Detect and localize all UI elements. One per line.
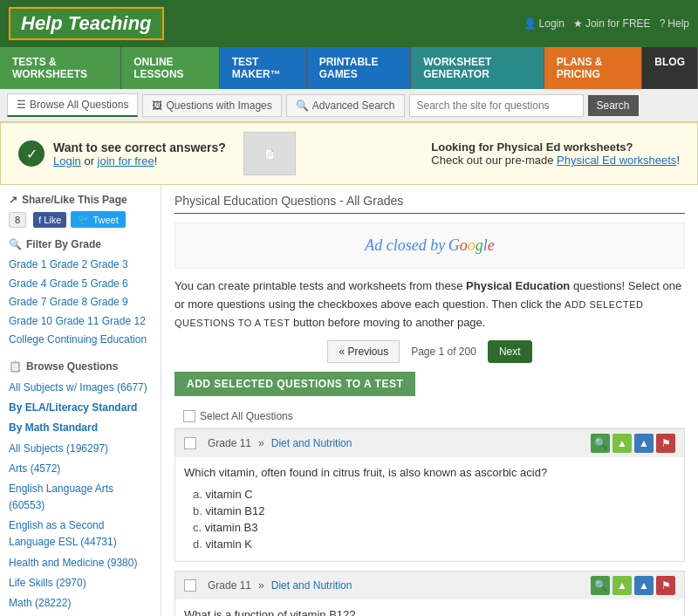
question-1-actions: 🔍 ▲ ▲ ⚑ bbox=[591, 434, 675, 453]
login-link[interactable]: 👤 Login bbox=[524, 17, 565, 30]
browse-all-questions-tab[interactable]: ☰ Browse All Questions bbox=[7, 93, 138, 117]
browse-life-skills: Life Skills (2970) bbox=[9, 573, 152, 593]
grade-8-link[interactable]: Grade 8 bbox=[50, 296, 87, 308]
share-section-title: ↗ Share/Like This Page bbox=[9, 194, 152, 206]
grade-4-link[interactable]: Grade 4 bbox=[9, 277, 46, 290]
question-header-1: Grade 11 » Diet and Nutrition 🔍 ▲ ▲ ⚑ bbox=[175, 429, 684, 457]
browse-esl: English as a Second Language ESL (44731) bbox=[9, 516, 152, 552]
search-icon: 🔍 bbox=[296, 99, 309, 112]
advanced-search-tab[interactable]: 🔍 Advanced Search bbox=[286, 94, 405, 117]
question-body-1: Which vitamin, often found in citrus fru… bbox=[175, 457, 684, 561]
pagination: Previous Page 1 of 200 Next bbox=[174, 340, 685, 363]
add-test-btn-area: ADD SELECTED QUESTIONS TO A TEST bbox=[174, 372, 685, 405]
question-1-flag-btn[interactable]: ⚑ bbox=[656, 434, 675, 453]
fb-count: 8 bbox=[9, 212, 26, 228]
grade-6-link[interactable]: Grade 6 bbox=[90, 277, 127, 290]
answer-1b: vitamin B12 bbox=[193, 503, 675, 519]
next-button[interactable]: Next bbox=[488, 340, 532, 363]
banner: ✓ Want to see correct answers? Login or … bbox=[0, 122, 698, 185]
question-2-checkbox[interactable] bbox=[184, 579, 196, 592]
college-link[interactable]: College bbox=[9, 333, 44, 346]
logo[interactable]: Help Teaching bbox=[9, 7, 164, 40]
search-button[interactable]: Search bbox=[588, 95, 639, 116]
nav-plans-pricing[interactable]: Plans & Pricing bbox=[544, 47, 642, 89]
question-header-left-1: Grade 11 » Diet and Nutrition bbox=[184, 437, 352, 449]
grade-5-link[interactable]: Grade 5 bbox=[50, 277, 87, 290]
question-2-add-btn[interactable]: ▲ bbox=[612, 576, 632, 595]
add-selected-questions-button[interactable]: ADD SELECTED QUESTIONS TO A TEST bbox=[174, 372, 415, 396]
search-input[interactable] bbox=[409, 94, 584, 117]
browse-math-standard: By Math Standard bbox=[9, 418, 152, 438]
previous-button[interactable]: Previous bbox=[327, 340, 400, 363]
answer-1d: vitamin K bbox=[193, 536, 675, 552]
join-link[interactable]: ★ Join for FREE bbox=[573, 17, 651, 30]
question-1-checkbox[interactable] bbox=[184, 437, 196, 449]
join-banner-link[interactable]: join for free bbox=[98, 154, 154, 168]
sidebar: ↗ Share/Like This Page 8 f Like 🐦 Tweet … bbox=[0, 185, 161, 616]
question-1-up-btn[interactable]: ▲ bbox=[634, 434, 654, 453]
grade-9-link[interactable]: Grade 9 bbox=[90, 296, 127, 308]
share-section: ↗ Share/Like This Page 8 f Like 🐦 Tweet bbox=[9, 194, 152, 228]
social-row: 8 f Like 🐦 Tweet bbox=[9, 211, 152, 228]
tweet-button[interactable]: 🐦 Tweet bbox=[71, 211, 125, 228]
question-block-2: Grade 11 » Diet and Nutrition 🔍 ▲ ▲ ⚑ Wh… bbox=[174, 571, 685, 616]
question-header-2: Grade 11 » Diet and Nutrition 🔍 ▲ ▲ ⚑ bbox=[175, 572, 684, 599]
grade-3-link[interactable]: Grade 3 bbox=[90, 258, 127, 270]
grade-1-link[interactable]: Grade 1 bbox=[9, 258, 46, 270]
browse-all-subjects: All Subjects (196297) bbox=[9, 439, 152, 459]
main-nav: Tests & Worksheets Online Lessons Test M… bbox=[0, 47, 698, 89]
share-icon: ↗ bbox=[9, 194, 17, 206]
facebook-share-button[interactable]: f Like bbox=[33, 212, 66, 228]
browse-all-subjects-images: All Subjects w/ Images (6677) bbox=[9, 378, 152, 398]
ad-area: Ad closed by Google bbox=[174, 222, 685, 269]
grade-10-link[interactable]: Grade 10 bbox=[9, 315, 52, 327]
help-link[interactable]: ? Help bbox=[660, 17, 689, 30]
browse-questions-title: 📋 Browse Questions bbox=[9, 360, 152, 373]
grade-2-link[interactable]: Grade 2 bbox=[50, 258, 87, 270]
nav-tests-worksheets[interactable]: Tests & Worksheets bbox=[0, 47, 121, 89]
continuing-education-link[interactable]: Continuing Education bbox=[47, 333, 147, 346]
search-bar: ☰ Browse All Questions 🖼 Questions with … bbox=[0, 89, 698, 122]
banner-right: Looking for Physical Ed worksheets? Chec… bbox=[431, 140, 680, 167]
grade-7-link[interactable]: Grade 7 bbox=[9, 296, 46, 308]
question-2-up-btn[interactable]: ▲ bbox=[634, 576, 654, 595]
browse-math: Math (28222) bbox=[9, 593, 152, 613]
question-2-flag-btn[interactable]: ⚑ bbox=[656, 576, 675, 595]
question-2-search-btn[interactable]: 🔍 bbox=[591, 576, 610, 595]
physical-ed-worksheets-link[interactable]: Physical Ed worksheets bbox=[557, 154, 676, 167]
banner-image: 📄 bbox=[243, 132, 296, 175]
questions-with-images-tab[interactable]: 🖼 Questions with Images bbox=[142, 94, 281, 117]
select-all-checkbox[interactable] bbox=[183, 410, 195, 422]
nav-blog[interactable]: Blog bbox=[642, 47, 698, 89]
browse-arts: Arts (4572) bbox=[9, 459, 152, 479]
banner-left-text: Want to see correct answers? Login or jo… bbox=[53, 140, 226, 168]
browse-section: 📋 Browse Questions All Subjects w/ Image… bbox=[9, 360, 152, 616]
question-1-add-btn[interactable]: ▲ bbox=[612, 434, 632, 453]
login-banner-link[interactable]: Login bbox=[53, 154, 81, 168]
main-layout: ↗ Share/Like This Page 8 f Like 🐦 Tweet … bbox=[0, 185, 698, 616]
content-area: Physical Education Questions - All Grade… bbox=[161, 185, 698, 616]
grade-12-link[interactable]: Grade 12 bbox=[102, 315, 146, 327]
grade-11-link[interactable]: Grade 11 bbox=[55, 315, 99, 327]
select-all-row[interactable]: Select All Questions bbox=[174, 405, 685, 428]
page-info: Page 1 of 200 bbox=[404, 341, 483, 362]
question-body-2: What is a function of vitamin B12? proce… bbox=[175, 599, 684, 616]
question-2-actions: 🔍 ▲ ▲ ⚑ bbox=[591, 576, 675, 595]
nav-test-maker[interactable]: Test Maker™ bbox=[220, 47, 307, 89]
question-header-left-2: Grade 11 » Diet and Nutrition bbox=[184, 579, 352, 592]
image-icon: 🖼 bbox=[152, 99, 162, 112]
nav-printable-games[interactable]: Printable Games bbox=[307, 47, 412, 89]
grade-links: Grade 1 Grade 2 Grade 3 Grade 4 Grade 5 … bbox=[9, 256, 152, 350]
question-text-1: Which vitamin, often found in citrus fru… bbox=[184, 466, 675, 479]
answer-list-1: vitamin C vitamin B12 vitamin B3 vitamin… bbox=[184, 486, 675, 552]
nav-online-lessons[interactable]: Online Lessons bbox=[121, 47, 219, 89]
check-icon: ✓ bbox=[18, 140, 44, 167]
filter-icon: 🔍 bbox=[9, 238, 22, 250]
filter-grade-title: 🔍 Filter By Grade bbox=[9, 238, 152, 250]
intro-text: You can create printable tests and works… bbox=[174, 277, 685, 332]
nav-worksheet-generator[interactable]: Worksheet Generator bbox=[411, 47, 544, 89]
question-text-2: What is a function of vitamin B12? bbox=[184, 608, 675, 616]
filter-grade-section: 🔍 Filter By Grade Grade 1 Grade 2 Grade … bbox=[9, 238, 152, 350]
browse-ela-standard: By ELA/Literacy Standard bbox=[9, 398, 152, 418]
question-1-search-btn[interactable]: 🔍 bbox=[591, 434, 610, 453]
